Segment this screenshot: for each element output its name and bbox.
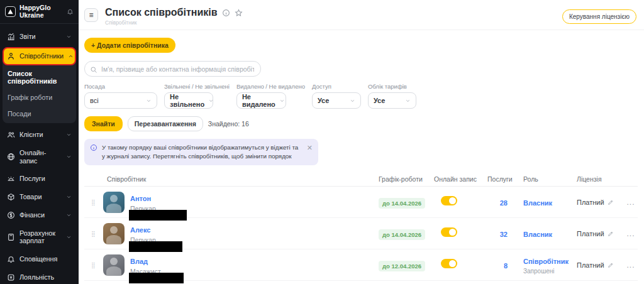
sidebar-item-employee-list[interactable]: Список співробітників — [3, 65, 76, 89]
notification-bell-icon[interactable] — [67, 8, 74, 15]
access-select[interactable]: Усе — [312, 92, 361, 109]
schedule-badge: до 12.04.2026 — [379, 261, 425, 271]
role-sub-label: Запрошені — [523, 268, 573, 275]
info-icon — [90, 144, 97, 151]
bell-icon — [7, 255, 15, 263]
filter-bar: Посада всі Звільнені / Не звільнені Не з… — [84, 83, 638, 109]
chevron-down-icon — [405, 98, 411, 104]
license-value: Платний — [577, 230, 604, 238]
find-button[interactable]: Знайти — [84, 116, 123, 131]
chevron-down-icon — [208, 98, 214, 104]
box-icon — [7, 193, 15, 201]
chevron-up-icon — [68, 53, 74, 59]
filter-tariff: Облік тарифів Усе — [368, 83, 416, 109]
col-schedule: Графік-роботи — [375, 175, 430, 183]
page-title: Список співробітників — [105, 7, 218, 18]
search-input[interactable] — [84, 61, 261, 77]
globe-icon — [7, 153, 15, 161]
col-role: Роль — [516, 175, 573, 183]
content: + Додати співробітника Посада всі Звільн… — [79, 30, 644, 284]
filter-access: Доступ Усе — [312, 83, 361, 109]
info-icon[interactable] — [222, 9, 230, 17]
table-header: Співробітник Графік-роботи Онлайн запис … — [84, 172, 638, 187]
schedule-badge: до 14.04.2026 — [379, 198, 425, 209]
schedule-badge: до 14.04.2026 — [379, 229, 425, 240]
employee-name-link[interactable]: Алекс — [130, 226, 150, 234]
employee-name-link[interactable]: Антон — [130, 195, 151, 202]
table-row: ⣿ Влад Масажист до 12.04.2026 8 Співробі… — [84, 249, 638, 281]
loyalty-icon — [7, 273, 15, 281]
position-select[interactable]: всі — [84, 92, 157, 109]
row-menu-button[interactable]: ... — [623, 229, 638, 238]
sidebar-item-clients[interactable]: Клієнти — [3, 126, 76, 144]
row-menu-button[interactable]: ... — [623, 198, 638, 207]
services-count-link[interactable]: 32 — [500, 231, 508, 238]
main-area: ≡ Список співробітників Співробітник Кер… — [79, 0, 644, 284]
employee-name-link[interactable]: Влад — [130, 258, 148, 265]
sidebar-item-notifications[interactable]: Сповіщення — [3, 250, 76, 268]
sidebar-item-employees[interactable]: Співробітники — [3, 47, 76, 65]
online-booking-toggle[interactable] — [441, 196, 457, 205]
chevron-down-icon — [66, 34, 72, 40]
sidebar-item-work-schedule[interactable]: Графік роботи — [3, 89, 76, 106]
sidebar-item-products[interactable]: Товари — [3, 188, 76, 206]
role-link[interactable]: Співробітник — [523, 258, 569, 265]
edit-pencil-icon[interactable] — [608, 262, 614, 268]
info-banner: У такому порядку ваші співробітники відо… — [84, 139, 318, 165]
drag-handle-icon[interactable]: ⣿ — [84, 262, 102, 268]
table-row: ⣿ Антон Перукар до 14.04.2026 28 Власник… — [84, 187, 638, 218]
filter-deleted: Видалено / Не видалено Не видалено — [236, 83, 305, 109]
sidebar-item-services[interactable]: Послуги — [3, 170, 76, 188]
avatar — [103, 254, 125, 276]
drag-handle-icon[interactable]: ⣿ — [84, 231, 102, 237]
deleted-select[interactable]: Не видалено — [236, 92, 286, 109]
close-icon[interactable]: ✕ — [307, 144, 313, 152]
app-title: HappyGlo Ukraine — [19, 4, 63, 19]
tariff-select[interactable]: Усе — [368, 92, 416, 109]
row-menu-button[interactable]: ... — [623, 261, 638, 270]
sidebar-item-finances[interactable]: Фінанси — [3, 206, 76, 224]
chevron-down-icon — [66, 234, 72, 240]
logo-row: HappyGlo Ukraine — [0, 0, 79, 24]
sidebar-item-online-booking[interactable]: Онлайн-запис — [3, 144, 76, 170]
manage-license-button[interactable]: Керування ліцензією — [562, 9, 636, 24]
services-icon — [7, 175, 15, 183]
chevron-down-icon — [279, 98, 285, 104]
sidebar-item-payroll[interactable]: Розрахунок зарплат — [3, 224, 76, 250]
menu-toggle-button[interactable]: ≡ — [84, 8, 98, 22]
table-row: ⣿ Анна Косметолог до 14.04.2026 21 Запро… — [84, 281, 638, 284]
sidebar-item-positions[interactable]: Посади — [3, 106, 76, 122]
star-icon[interactable] — [235, 9, 243, 17]
sidebar-item-loyalty[interactable]: Лояльність — [3, 268, 76, 284]
online-booking-toggle[interactable] — [441, 227, 457, 237]
online-booking-toggle[interactable] — [441, 259, 457, 268]
role-link[interactable]: Власник — [523, 199, 552, 207]
edit-pencil-icon[interactable] — [608, 231, 614, 237]
app-logo — [5, 6, 16, 17]
add-employee-button[interactable]: + Додати співробітника — [84, 38, 175, 53]
chevron-down-icon — [66, 194, 72, 200]
services-count-link[interactable]: 8 — [504, 262, 508, 270]
employees-group: Співробітники Список співробітників Граф… — [3, 47, 76, 123]
reload-button[interactable]: Перезавантаження — [128, 116, 203, 131]
person-icon — [7, 52, 15, 60]
drag-handle-icon[interactable]: ⣿ — [84, 199, 102, 205]
search-icon — [90, 65, 97, 76]
banner-text: У такому порядку ваші співробітники відо… — [102, 143, 303, 161]
col-employee: Співробітник — [102, 175, 375, 183]
sidebar-item-reports[interactable]: Звіти — [3, 28, 76, 46]
col-services: Послуги — [484, 175, 516, 183]
license-value: Платний — [577, 261, 604, 269]
actions-row: Знайти Перезавантаження Знайдено: 16 — [84, 116, 638, 131]
role-link[interactable]: Власник — [523, 231, 552, 238]
services-count-link[interactable]: 28 — [500, 199, 508, 207]
table-row: ⣿ Алекс Перукар до 14.04.2026 32 Власник… — [84, 218, 638, 249]
edit-pencil-icon[interactable] — [608, 199, 614, 205]
chevron-down-icon — [66, 132, 72, 138]
search-box — [84, 61, 261, 77]
fired-select[interactable]: Не звільнено — [164, 92, 213, 109]
chevron-down-icon — [66, 154, 72, 160]
chevron-down-icon — [66, 212, 72, 218]
col-license: Ліцензія — [573, 175, 623, 183]
filter-position: Посада всі — [84, 83, 157, 109]
